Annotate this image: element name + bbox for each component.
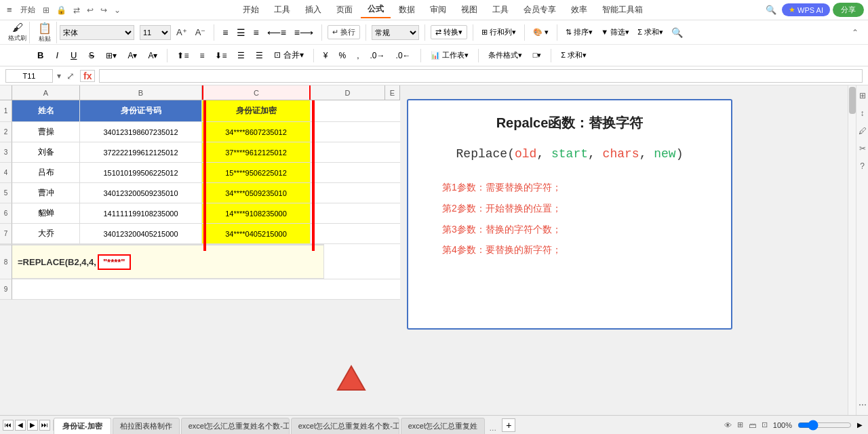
align-center2-icon[interactable]: ☰ (252, 50, 267, 61)
tab-sheet-5[interactable]: excel怎么汇总重复姓 (401, 418, 486, 435)
cell-A7[interactable]: 大乔 (12, 224, 80, 244)
cell-A2[interactable]: 曹操 (12, 122, 80, 142)
cell-B7[interactable]: 340123200405215000 (80, 224, 202, 244)
col-header-B[interactable]: B (80, 85, 202, 100)
menu-file[interactable]: 开始 (18, 5, 38, 15)
align-center-icon[interactable]: ☰ (234, 26, 248, 39)
cell-A3[interactable]: 刘备 (12, 142, 80, 163)
scroll-right-btn[interactable]: ▶ (857, 421, 863, 429)
search-icon[interactable]: 🔍 (763, 5, 779, 15)
tab-sheet-3[interactable]: excel怎么汇总重复姓名个数-工资 (181, 418, 290, 435)
font-color-btn[interactable]: A▾ (144, 50, 161, 61)
tab-tools[interactable]: 工具 (267, 2, 297, 18)
tab-review[interactable]: 审阅 (423, 2, 453, 18)
tab-sheet-4[interactable]: excel怎么汇总重复姓名个数-工资 (291, 418, 399, 435)
tab-more-btn[interactable]: … (486, 421, 499, 435)
sidebar-icon-2[interactable]: ↕ (861, 108, 865, 118)
cell-reference-input[interactable] (5, 69, 53, 83)
auto-sum-btn[interactable]: Σ 求和▾ (557, 50, 591, 61)
italic-button[interactable]: I (51, 49, 63, 62)
wps-ai-button[interactable]: ★WPS AI (782, 3, 830, 16)
cell-B4[interactable]: 151010199506225012 (80, 163, 202, 183)
tab-page[interactable]: 页面 (330, 2, 359, 18)
paste-btn[interactable]: 📋 粘贴 (33, 22, 57, 43)
cell-B5[interactable]: 340123200509235010 (80, 183, 202, 203)
cell-C2[interactable]: 34****8607235012 (202, 122, 311, 142)
fill-btn[interactable]: 🎨 ▾ (530, 26, 551, 38)
share-button[interactable]: 分享 (833, 3, 864, 17)
border-btn[interactable]: ⊞▾ (102, 50, 121, 61)
valign-mid-icon[interactable]: ≡ (195, 50, 208, 61)
row-col-btn[interactable]: ⊞ 行和列▾ (479, 26, 519, 39)
formula-display-cell[interactable]: =REPLACE(B2,4,4,"****" (12, 244, 324, 279)
cell-A6[interactable]: 貂蝉 (12, 203, 80, 224)
tab-start[interactable]: 开始 (236, 2, 266, 18)
col-header-D[interactable]: D (311, 85, 385, 100)
col-header-C[interactable]: C (202, 85, 311, 100)
bg-color-btn[interactable]: A▾ (123, 50, 141, 61)
align-left2-icon[interactable]: ☰ (233, 50, 249, 61)
strikethrough-button[interactable]: S̶ (84, 49, 99, 62)
tab-efficiency[interactable]: 效率 (564, 2, 594, 18)
sort-btn[interactable]: ⇅ 排序▾ (563, 26, 595, 39)
add-sheet-btn[interactable]: + (502, 418, 515, 432)
valign-bot-icon[interactable]: ⬇≡ (211, 50, 231, 61)
cell-C7[interactable]: 34****0405215000 (202, 224, 311, 244)
increase-indent-icon[interactable]: ≡⟶ (292, 26, 316, 39)
format-painter-btn[interactable]: 🖌 格式刷 (5, 22, 30, 43)
sidebar-icon-5[interactable]: ? (860, 161, 865, 171)
convert-btn[interactable]: ⇄ 转换▾ (431, 25, 467, 39)
tab-data[interactable]: 数据 (392, 2, 422, 18)
percent2-btn[interactable]: % (335, 50, 351, 61)
cell-A1[interactable]: 姓名 (12, 100, 80, 122)
toolbar-icon-redo[interactable]: ↪ (98, 5, 109, 15)
table-style-btn[interactable]: □▾ (529, 50, 546, 60)
font-size-inc-btn[interactable]: A⁺ (174, 26, 190, 39)
tab-first-btn[interactable]: ⏮ (3, 420, 14, 431)
menu-hamburger[interactable]: ≡ (4, 5, 15, 15)
tab-sheet-2[interactable]: 柏拉图表格制作 (113, 418, 180, 435)
zoom-slider[interactable] (797, 420, 852, 430)
tab-member[interactable]: 会员专享 (517, 2, 563, 18)
align-right-icon[interactable]: ≡ (251, 26, 262, 39)
formula-dropdown-icon[interactable]: ▾ (57, 71, 61, 81)
worktable-btn[interactable]: 📊 工作表▾ (427, 50, 473, 61)
thousand-btn[interactable]: , (353, 50, 363, 61)
filter-btn[interactable]: ▼ 筛选▾ (598, 26, 632, 39)
ribbon-collapse-btn[interactable]: ⌃ (852, 28, 863, 37)
sidebar-icon-dots[interactable]: ⋯ (859, 400, 867, 410)
toolbar-icon-undo[interactable]: ↩ (85, 5, 96, 15)
cell-C5[interactable]: 34****0509235010 (202, 183, 311, 203)
sidebar-icon-1[interactable]: ⊞ (859, 91, 866, 100)
decrease-indent-icon[interactable]: ⟵≡ (264, 26, 289, 39)
tab-ai-tools[interactable]: 智能工具箱 (595, 2, 650, 18)
dec-dec-btn[interactable]: .0← (392, 50, 415, 61)
tab-next-btn[interactable]: ▶ (27, 420, 38, 431)
sidebar-icon-4[interactable]: ✂ (859, 144, 866, 153)
number-format-select[interactable]: 常规 (372, 25, 419, 40)
valign-top-icon[interactable]: ⬆≡ (173, 50, 193, 61)
v-scrollbar-track[interactable] (848, 85, 856, 415)
cell-A4[interactable]: 吕布 (12, 163, 80, 183)
tab-sheet-active[interactable]: 身份证-加密 (54, 418, 111, 435)
percent-btn[interactable]: ¥ (319, 50, 332, 61)
tab-insert[interactable]: 插入 (298, 2, 328, 18)
cell-C1[interactable]: 身份证加密 (202, 100, 311, 122)
tab-tools2[interactable]: 工具 (486, 2, 515, 18)
tab-prev-btn[interactable]: ◀ (15, 420, 26, 431)
tab-formula-active[interactable]: 公式 (361, 1, 391, 18)
fx-icon[interactable]: fx (80, 70, 95, 82)
cell-C4[interactable]: 15****9506225012 (202, 163, 311, 183)
toolbar-icon-1[interactable]: ⊞ (41, 5, 52, 15)
formula-input[interactable] (99, 69, 863, 83)
toolbar-icon-3[interactable]: ⇄ (71, 5, 82, 15)
tab-view[interactable]: 视图 (454, 2, 484, 18)
underline-button[interactable]: U (66, 49, 81, 62)
cell-B2[interactable]: 340123198607235012 (80, 122, 202, 142)
cell-B1[interactable]: 身份证号码 (80, 100, 202, 122)
bold-button[interactable]: B (33, 49, 48, 62)
cell-B3[interactable]: 372222199612125012 (80, 142, 202, 163)
dec-inc-btn[interactable]: .0→ (366, 50, 389, 61)
font-family-select[interactable]: 宋体 (60, 25, 134, 40)
cond-format-btn[interactable]: 条件格式▾ (484, 50, 526, 61)
